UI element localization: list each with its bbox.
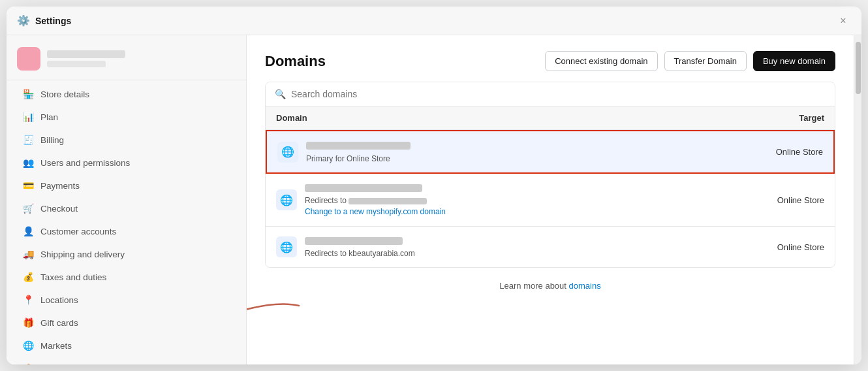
modal-titlebar: ⚙️ Settings × — [7, 7, 861, 35]
sidebar-item-payments[interactable]: 💳 Payments — [12, 174, 241, 197]
arrow-annotation-primary — [833, 136, 835, 169]
payments-icon: 💳 — [22, 180, 34, 191]
col-target-header: Target — [707, 113, 824, 123]
col-domain-header: Domain — [276, 113, 707, 123]
locations-icon: 📍 — [22, 294, 34, 306]
sidebar-item-checkout[interactable]: 🛒 Checkout — [12, 197, 241, 219]
store-url — [47, 61, 106, 67]
header-actions: Connect existing domain Transfer Domain … — [545, 51, 835, 71]
checkout-icon: 🛒 — [22, 202, 34, 214]
sidebar-item-gift-cards[interactable]: 🎁 Gift cards — [12, 312, 241, 334]
store-name — [47, 50, 125, 58]
domains-link[interactable]: domains — [569, 281, 601, 291]
domain-info-primary: Primary for Online Store — [306, 140, 705, 163]
plan-icon: 📊 — [22, 111, 34, 123]
sidebar-item-billing[interactable]: 🧾 Billing — [12, 129, 241, 151]
domain-target-primary: Online Store — [705, 147, 823, 157]
domain-info-r2: Redirects to kbeautyarabia.com — [305, 236, 707, 258]
domain-row-redirect1[interactable]: 🌐 Redirects to Change to a new myshopify… — [266, 174, 835, 227]
sidebar-item-store-details[interactable]: 🏪 Store details — [12, 83, 241, 105]
learn-more-text: Learn more about — [499, 281, 568, 291]
sidebar-item-markets[interactable]: 🌐 Markets — [12, 334, 241, 357]
sidebar: 🏪 Store details 📊 Plan 🧾 Billing 👥 Users… — [7, 35, 247, 364]
domain-subtext-r2: Redirects to kbeautyarabia.com — [305, 249, 707, 258]
search-icon: 🔍 — [275, 89, 286, 99]
redirect-text-r1: Redirects to — [305, 196, 349, 205]
domain-link-r1: Change to a new myshopify.com domain — [305, 205, 707, 217]
main-content: Domains Connect existing domain Transfer… — [247, 35, 854, 364]
search-bar: 🔍 — [266, 82, 835, 106]
transfer-domain-button[interactable]: Transfer Domain — [664, 51, 747, 71]
apps-icon: 📦 — [22, 363, 34, 364]
scrollbar-thumb[interactable] — [856, 42, 861, 94]
domain-badge-primary: Primary for Online Store — [306, 154, 705, 163]
sidebar-item-users[interactable]: 👥 Users and permissions — [12, 152, 241, 174]
domain-row-redirect2[interactable]: 🌐 Redirects to kbeautyarabia.com Online … — [266, 227, 835, 267]
connect-domain-button[interactable]: Connect existing domain — [545, 51, 657, 71]
customer-icon: 👤 — [22, 225, 34, 237]
modal-title: Settings — [35, 16, 71, 26]
store-avatar — [17, 47, 40, 71]
modal-body: 🏪 Store details 📊 Plan 🧾 Billing 👥 Users… — [7, 35, 861, 364]
markets-icon: 🌐 — [22, 340, 34, 351]
page-title: Domains — [265, 53, 545, 70]
domain-subtext-r1: Redirects to — [305, 196, 707, 205]
domains-card: 🔍 Domain Target 🌐 — [265, 82, 835, 268]
globe-icon-wrap-r2: 🌐 — [276, 236, 297, 257]
sidebar-item-apps[interactable]: 📦 Apps and sales channels — [12, 357, 241, 364]
billing-icon: 🧾 — [22, 134, 34, 146]
settings-modal: ⚙️ Settings × 🏪 Store details — [7, 7, 861, 364]
globe-icon-wrap-primary: 🌐 — [277, 142, 298, 163]
scrollbar-track[interactable] — [854, 35, 861, 364]
sidebar-item-locations[interactable]: 📍 Locations — [12, 289, 241, 311]
users-icon: 👥 — [22, 157, 34, 169]
taxes-icon: 💰 — [22, 271, 34, 283]
shipping-icon: 🚚 — [22, 248, 34, 260]
sidebar-item-taxes[interactable]: 💰 Taxes and duties — [12, 266, 241, 288]
domain-info-r1: Redirects to Change to a new myshopify.c… — [305, 183, 707, 217]
sidebar-item-shipping[interactable]: 🚚 Shipping and delivery — [12, 243, 241, 265]
domain-target-r1: Online Store — [707, 195, 824, 205]
store-icon: 🏪 — [22, 88, 34, 100]
buy-domain-button[interactable]: Buy new domain — [753, 51, 835, 71]
globe-icon-r1: 🌐 — [280, 194, 293, 206]
modal-overlay: ⚙️ Settings × 🏪 Store details — [0, 0, 868, 371]
sidebar-item-customer-accounts[interactable]: 👤 Customer accounts — [12, 220, 241, 242]
search-input[interactable] — [291, 89, 826, 99]
domain-row-primary[interactable]: 🌐 Primary for Online Store Online Store — [266, 130, 835, 174]
domain-name-primary — [306, 142, 411, 150]
domain-name-r2 — [305, 237, 403, 245]
learn-more: Learn more about domains — [265, 268, 835, 304]
sidebar-item-plan[interactable]: 📊 Plan — [12, 106, 241, 128]
store-header — [7, 40, 246, 80]
close-button[interactable]: × — [835, 13, 851, 29]
domain-target-r2: Online Store — [707, 242, 824, 252]
globe-icon-r2: 🌐 — [280, 241, 293, 253]
globe-icon-primary: 🌐 — [281, 146, 294, 158]
header-row: Domains Connect existing domain Transfer… — [265, 51, 835, 71]
gift-cards-icon: 🎁 — [22, 317, 34, 329]
gear-icon: ⚙️ — [17, 14, 30, 27]
change-domain-link[interactable]: Change to a new myshopify.com domain — [305, 207, 446, 216]
domain-name-r1 — [305, 184, 422, 192]
globe-icon-wrap-r1: 🌐 — [276, 189, 297, 210]
store-info — [47, 50, 125, 67]
table-header: Domain Target — [266, 106, 835, 130]
